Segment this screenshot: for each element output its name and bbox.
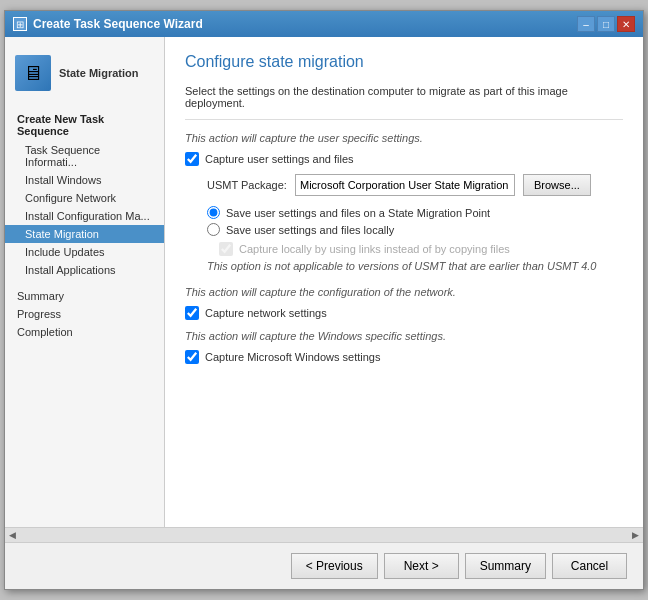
browse-button[interactable]: Browse... [523, 174, 591, 196]
main-window: ⊞ Create Task Sequence Wizard – □ ✕ 🖥 St… [4, 10, 644, 590]
sidebar-item-install-config[interactable]: Install Configuration Ma... [5, 207, 164, 225]
title-bar-left: ⊞ Create Task Sequence Wizard [13, 17, 203, 31]
window-title: Create Task Sequence Wizard [33, 17, 203, 31]
sidebar-item-task-info[interactable]: Task Sequence Informati... [5, 141, 164, 171]
usmt-note: This option is not applicable to version… [207, 260, 623, 272]
user-settings-note: This action will capture the user specif… [185, 132, 623, 144]
radio-locally[interactable] [207, 223, 220, 236]
capture-user-settings-label: Capture user settings and files [205, 153, 354, 165]
capture-locally-label: Capture locally by using links instead o… [239, 243, 510, 255]
window-bottom: ◀ ▶ < Previous Next > Summary Cancel [5, 527, 643, 589]
capture-network-row: Capture network settings [185, 306, 623, 320]
network-settings-note: This action will capture the configurati… [185, 286, 623, 298]
maximize-button[interactable]: □ [597, 16, 615, 32]
sidebar-item-configure-network[interactable]: Configure Network [5, 189, 164, 207]
sidebar: 🖥 State Migration Create New Task Sequen… [5, 37, 165, 527]
minimize-button[interactable]: – [577, 16, 595, 32]
usmt-row: USMT Package: Browse... [207, 174, 623, 196]
sidebar-item-state-migration[interactable]: State Migration [5, 225, 164, 243]
horizontal-scrollbar[interactable]: ◀ ▶ [5, 527, 643, 542]
page-title: Configure state migration [185, 53, 623, 71]
usmt-input[interactable] [295, 174, 515, 196]
windows-settings-note: This action will capture the Windows spe… [185, 330, 623, 342]
next-button[interactable]: Next > [384, 553, 459, 579]
capture-user-settings-checkbox[interactable] [185, 152, 199, 166]
sidebar-bottom-nav: Summary Progress Completion [5, 287, 164, 341]
capture-windows-label: Capture Microsoft Windows settings [205, 351, 380, 363]
sidebar-item-install-apps[interactable]: Install Applications [5, 261, 164, 279]
sidebar-item-include-updates[interactable]: Include Updates [5, 243, 164, 261]
sidebar-header-icon: 🖥 [15, 55, 51, 91]
capture-windows-checkbox[interactable] [185, 350, 199, 364]
capture-network-label: Capture network settings [205, 307, 327, 319]
footer: < Previous Next > Summary Cancel [5, 542, 643, 589]
page-description: Select the settings on the destination c… [185, 85, 623, 120]
usmt-label: USMT Package: [207, 179, 287, 191]
window-icon: ⊞ [13, 17, 27, 31]
sidebar-item-completion[interactable]: Completion [5, 323, 164, 341]
close-button[interactable]: ✕ [617, 16, 635, 32]
cancel-button[interactable]: Cancel [552, 553, 627, 579]
radio-migration-point-label: Save user settings and files on a State … [226, 207, 490, 219]
radio-migration-point[interactable] [207, 206, 220, 219]
sidebar-item-summary[interactable]: Summary [5, 287, 164, 305]
main-content: Configure state migration Select the set… [165, 37, 643, 527]
sidebar-item-install-windows[interactable]: Install Windows [5, 171, 164, 189]
capture-user-settings-row: Capture user settings and files [185, 152, 623, 166]
radio-locally-row: Save user settings and files locally [207, 223, 623, 236]
capture-locally-checkbox [219, 242, 233, 256]
scroll-left-arrow[interactable]: ◀ [9, 530, 16, 540]
sidebar-item-create-new: Create New Task Sequence [5, 109, 164, 141]
capture-network-checkbox[interactable] [185, 306, 199, 320]
content-area: 🖥 State Migration Create New Task Sequen… [5, 37, 643, 527]
sidebar-nav: Create New Task Sequence Task Sequence I… [5, 107, 164, 281]
summary-button[interactable]: Summary [465, 553, 546, 579]
scroll-right-arrow[interactable]: ▶ [632, 530, 639, 540]
radio-locally-label: Save user settings and files locally [226, 224, 394, 236]
capture-locally-row: Capture locally by using links instead o… [219, 242, 623, 256]
sidebar-item-progress[interactable]: Progress [5, 305, 164, 323]
radio-group: Save user settings and files on a State … [207, 206, 623, 236]
previous-button[interactable]: < Previous [291, 553, 378, 579]
sidebar-header-label: State Migration [59, 67, 138, 79]
radio-migration-point-row: Save user settings and files on a State … [207, 206, 623, 219]
capture-windows-row: Capture Microsoft Windows settings [185, 350, 623, 364]
sidebar-header: 🖥 State Migration [5, 47, 164, 99]
title-bar: ⊞ Create Task Sequence Wizard – □ ✕ [5, 11, 643, 37]
title-bar-controls: – □ ✕ [577, 16, 635, 32]
